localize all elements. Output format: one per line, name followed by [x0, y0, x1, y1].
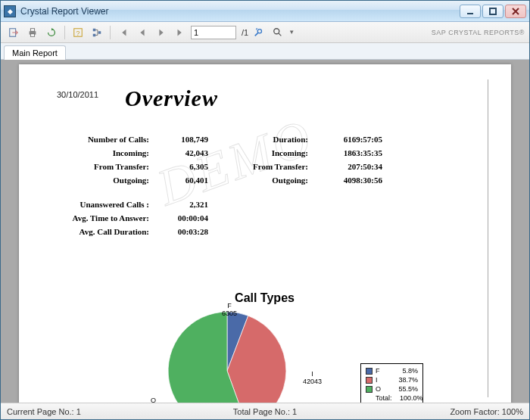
svg-point-10: [257, 29, 261, 33]
window-controls: [460, 5, 526, 18]
stat-row: Outgoing:60,401Outgoing:4098:30:56: [57, 173, 472, 187]
chart-title: Call Types: [42, 291, 488, 305]
legend-item-value: 55.5%: [389, 385, 418, 393]
svg-rect-3: [30, 28, 34, 31]
legend-row: F5.8%: [366, 366, 418, 375]
stat-row: Avg. Call Duration:00:03:28: [57, 225, 472, 238]
next-page-button[interactable]: [153, 24, 170, 41]
report-viewer[interactable]: 30/10/2011 Overview DEMO Number of Calls…: [1, 60, 529, 403]
svg-text:?: ?: [76, 29, 80, 36]
stat-row: Unanswered Calls :2,321: [57, 198, 472, 211]
stat-label: From Transfer:: [57, 162, 155, 171]
last-page-button[interactable]: [172, 24, 189, 41]
status-bar: Current Page No.: 1 Total Page No.: 1 Zo…: [1, 403, 529, 419]
status-current-page: Current Page No.: 1: [7, 407, 179, 416]
first-page-button[interactable]: [115, 24, 132, 41]
app-icon: ◆: [4, 5, 16, 17]
toolbar: ? /1 ▼ SAP CRYSTAL REPORTS®: [1, 22, 529, 43]
report-title: Overview: [125, 86, 218, 111]
legend-swatch: [366, 377, 373, 384]
stat-value: 60,401: [155, 176, 208, 185]
stat-label: Outgoing:: [57, 176, 155, 185]
status-total-page: Total Page No.: 1: [179, 407, 351, 416]
parameters-button[interactable]: ?: [70, 24, 86, 41]
zoom-dropdown-icon[interactable]: ▼: [288, 29, 295, 36]
stat-label: Outgoing:: [246, 176, 314, 185]
chart-legend: F5.8%I38.7%O55.5% Total: 100.0%: [360, 363, 423, 403]
stat-value: 4098:30:56: [314, 176, 382, 185]
report-date: 30/10/2011: [57, 90, 98, 99]
stat-label: Unanswered Calls :: [57, 200, 155, 209]
pie-label-O: O60401: [144, 397, 163, 403]
stat-value: 00:00:04: [155, 213, 208, 222]
svg-rect-7: [93, 28, 96, 31]
svg-point-11: [274, 28, 279, 33]
legend-row: O55.5%: [366, 384, 418, 394]
stat-label: Avg. Call Duration:: [57, 227, 155, 236]
legend-item-label: F: [376, 367, 386, 375]
stat-value: 2,321: [155, 200, 208, 209]
stat-label: Number of Calls:: [57, 135, 155, 144]
group-tree-button[interactable]: [89, 24, 105, 41]
toolbar-separator: [110, 26, 111, 39]
stat-value: 108,749: [155, 135, 208, 144]
stat-row: Incoming:42,043Incoming:1863:35:35: [57, 146, 472, 160]
find-button[interactable]: [251, 24, 267, 41]
stat-value: 207:50:34: [314, 162, 382, 171]
legend-row: I38.7%: [366, 375, 418, 384]
page-number-input[interactable]: [191, 26, 236, 39]
stat-label: From Transfer:: [246, 162, 314, 171]
stat-row: From Transfer:6,305From Transfer:207:50:…: [57, 160, 472, 173]
stat-value: 00:03:28: [155, 227, 208, 236]
pie-label-F: F6305: [222, 303, 237, 318]
stat-label: Incoming:: [246, 148, 314, 157]
toolbar-separator: [64, 26, 65, 39]
legend-item-value: 38.7%: [389, 376, 418, 384]
export-button[interactable]: [5, 24, 22, 41]
report-page: 30/10/2011 Overview DEMO Number of Calls…: [19, 64, 511, 403]
svg-rect-8: [93, 33, 96, 36]
stats-block: Number of Calls:108,749Duration:6169:57:…: [57, 132, 472, 238]
tab-main-report[interactable]: Main Report: [4, 45, 66, 60]
stat-row: Number of Calls:108,749Duration:6169:57:…: [57, 132, 472, 146]
print-button[interactable]: [24, 24, 41, 41]
legend-item-label: O: [376, 385, 386, 393]
stat-value: 1863:35:35: [314, 148, 382, 157]
legend-item-value: 5.8%: [389, 367, 418, 375]
page-total-label: /1: [242, 28, 248, 37]
legend-total-value: 100.0%: [400, 394, 418, 402]
maximize-button[interactable]: [482, 5, 504, 18]
refresh-button[interactable]: [43, 24, 60, 41]
tab-strip: Main Report: [1, 43, 529, 60]
legend-swatch: [366, 386, 373, 393]
title-bar: ◆ Crystal Report Viewer: [1, 1, 529, 22]
window-title: Crystal Report Viewer: [20, 6, 460, 17]
stat-label: Duration:: [246, 135, 314, 144]
stat-value: 6,305: [155, 162, 208, 171]
svg-rect-4: [30, 33, 34, 36]
svg-rect-9: [98, 31, 101, 34]
stat-row: Avg. Time to Answer:00:00:04: [57, 211, 472, 225]
app-window: ◆ Crystal Report Viewer ? /1 ▼ SAP CRYST…: [0, 0, 530, 420]
stat-value: 42,043: [155, 148, 208, 157]
zoom-button[interactable]: [270, 24, 286, 41]
stat-label: Incoming:: [57, 148, 155, 157]
stat-label: Avg. Time to Answer:: [57, 213, 155, 222]
svg-rect-0: [490, 8, 496, 14]
legend-item-label: I: [376, 376, 386, 384]
pie-label-I: I42043: [303, 371, 322, 386]
legend-swatch: [366, 368, 373, 375]
pie-chart: [163, 306, 292, 403]
prev-page-button[interactable]: [134, 24, 151, 41]
close-button[interactable]: [505, 5, 526, 18]
status-zoom: Zoom Factor: 100%: [351, 407, 523, 416]
brand-label: SAP CRYSTAL REPORTS®: [432, 29, 525, 36]
minimize-button[interactable]: [460, 5, 481, 18]
legend-total-label: Total:: [376, 394, 397, 402]
stat-value: 6169:57:05: [314, 135, 382, 144]
